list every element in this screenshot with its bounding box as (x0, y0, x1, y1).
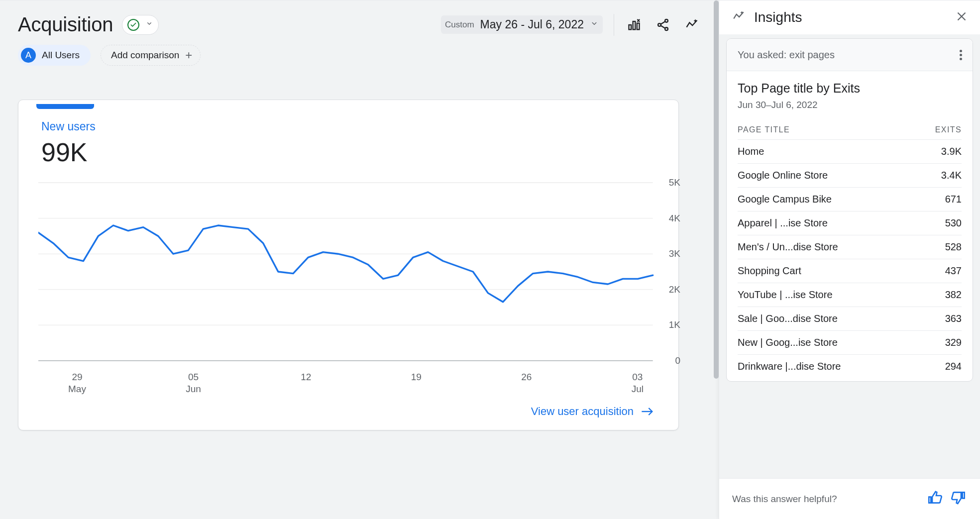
row-page-title: Google Online Store (738, 170, 828, 181)
tab-indicator (36, 104, 94, 109)
x-axis-labels: 29May05Jun12192603Jul (33, 371, 663, 395)
page-title: Acquisition (18, 13, 113, 36)
row-page-title: Drinkware |...dise Store (738, 361, 841, 372)
x-tick-label: 26 (521, 371, 532, 395)
table-row[interactable]: New | Goog...ise Store329 (738, 331, 962, 355)
add-comparison-button[interactable]: Add comparison + (101, 45, 201, 66)
link-text: View user acquisition (531, 405, 634, 418)
helpful-question: Was this answer helpful? (732, 494, 837, 505)
date-mode-label: Custom (445, 20, 474, 30)
row-page-title: Sale | Goo...dise Store (738, 313, 838, 324)
y-tick-label: 3K (669, 248, 680, 259)
header-right: Custom May 26 - Jul 6, 2022 (441, 14, 701, 36)
main-area: Acquisition Custom May 26 - Jul 6, 2022 (0, 0, 719, 519)
col-page-title: PAGE TITLE (738, 125, 790, 134)
segment-row: A All Users Add comparison + (0, 41, 719, 75)
status-pill[interactable] (122, 15, 159, 35)
row-exits: 437 (945, 265, 962, 277)
row-exits: 382 (945, 289, 962, 301)
date-range-picker[interactable]: Custom May 26 - Jul 6, 2022 (441, 15, 603, 34)
insights-header: Insights (719, 0, 980, 34)
divider (614, 14, 614, 36)
col-exits: EXITS (935, 125, 962, 134)
table-row[interactable]: Sale | Goo...dise Store363 (738, 307, 962, 331)
thumbs-down-icon[interactable] (951, 490, 967, 508)
insight-card-title: Top Page title by Exits (738, 81, 962, 96)
x-tick-label: 05Jun (186, 371, 201, 395)
row-page-title: Apparel | ...ise Store (738, 217, 828, 229)
y-tick-label: 0 (675, 355, 680, 366)
table-row[interactable]: Home3.9K (738, 140, 962, 164)
row-exits: 363 (945, 313, 962, 324)
row-exits: 530 (945, 217, 962, 229)
insights-spark-icon (732, 10, 745, 25)
view-user-acquisition-link[interactable]: View user acquisition (531, 405, 654, 418)
svg-rect-0 (629, 25, 632, 29)
metric-value: 99K (41, 137, 663, 167)
y-tick-label: 5K (669, 177, 680, 188)
svg-line-6 (660, 21, 665, 24)
insights-spark-icon[interactable] (683, 16, 701, 34)
x-tick-label: 12 (301, 371, 311, 395)
insights-body: You asked: exit pages Top Page title by … (719, 34, 980, 478)
caret-down-icon (590, 19, 599, 30)
customize-report-icon[interactable] (625, 16, 643, 34)
row-exits: 3.4K (941, 170, 962, 181)
check-circle-icon (127, 19, 139, 31)
row-exits: 294 (945, 361, 962, 372)
share-icon[interactable] (654, 16, 672, 34)
row-page-title: New | Goog...ise Store (738, 337, 838, 348)
line-chart: 01K2K3K4K5K (38, 177, 658, 366)
table-row[interactable]: Apparel | ...ise Store530 (738, 211, 962, 235)
x-tick-label: 03Jul (632, 371, 644, 395)
insight-card-subtitle: Jun 30–Jul 6, 2022 (738, 100, 962, 110)
row-page-title: YouTube | ...ise Store (738, 289, 833, 301)
svg-line-7 (660, 25, 665, 28)
table-row[interactable]: YouTube | ...ise Store382 (738, 283, 962, 307)
y-tick-label: 2K (669, 284, 680, 295)
card-footer: View user acquisition (33, 395, 663, 418)
insights-footer: Was this answer helpful? (719, 478, 980, 519)
insight-card: You asked: exit pages Top Page title by … (726, 38, 973, 382)
svg-rect-2 (637, 23, 640, 29)
y-tick-label: 1K (669, 319, 680, 330)
table-row[interactable]: Google Campus Bike671 (738, 188, 962, 211)
segment-label: All Users (42, 50, 80, 61)
row-page-title: Google Campus Bike (738, 194, 832, 205)
table-row[interactable]: Men's / Un...dise Store528 (738, 235, 962, 259)
row-exits: 329 (945, 337, 962, 348)
header: Acquisition Custom May 26 - Jul 6, 2022 (0, 6, 719, 41)
table-header: PAGE TITLE EXITS (738, 122, 962, 140)
acquisition-card: New users 99K 01K2K3K4K5K 29May05Jun1219… (18, 100, 679, 430)
plus-icon: + (185, 49, 192, 61)
metric-label[interactable]: New users (41, 120, 663, 133)
add-comparison-label: Add comparison (111, 50, 179, 61)
x-tick-label: 19 (411, 371, 422, 395)
svg-rect-1 (633, 21, 636, 29)
x-tick-label: 29May (68, 371, 86, 395)
you-asked-row: You asked: exit pages (727, 39, 973, 71)
segment-all-users[interactable]: A All Users (18, 45, 91, 66)
close-icon[interactable] (955, 10, 968, 25)
row-exits: 671 (945, 194, 962, 205)
table-row[interactable]: Google Online Store3.4K (738, 164, 962, 188)
thumbs-up-icon[interactable] (926, 490, 942, 508)
caret-down-icon (145, 19, 153, 30)
segment-badge: A (21, 48, 36, 63)
insights-panel: Insights You asked: exit pages Top Page … (719, 0, 980, 519)
row-exits: 3.9K (941, 146, 962, 157)
kebab-menu-icon[interactable] (954, 48, 968, 62)
date-range-text: May 26 - Jul 6, 2022 (480, 18, 584, 31)
scrollbar[interactable] (714, 0, 719, 379)
row-exits: 528 (945, 241, 962, 253)
table-row[interactable]: Drinkware |...dise Store294 (738, 355, 962, 378)
y-tick-label: 4K (669, 213, 680, 224)
insight-card-body: Top Page title by Exits Jun 30–Jul 6, 20… (727, 71, 973, 381)
row-page-title: Men's / Un...dise Store (738, 241, 838, 253)
insights-title: Insights (754, 9, 802, 25)
arrow-right-icon (641, 407, 654, 416)
you-asked-text: You asked: exit pages (738, 49, 835, 61)
row-page-title: Shopping Cart (738, 265, 801, 277)
row-page-title: Home (738, 146, 764, 157)
table-row[interactable]: Shopping Cart437 (738, 259, 962, 283)
